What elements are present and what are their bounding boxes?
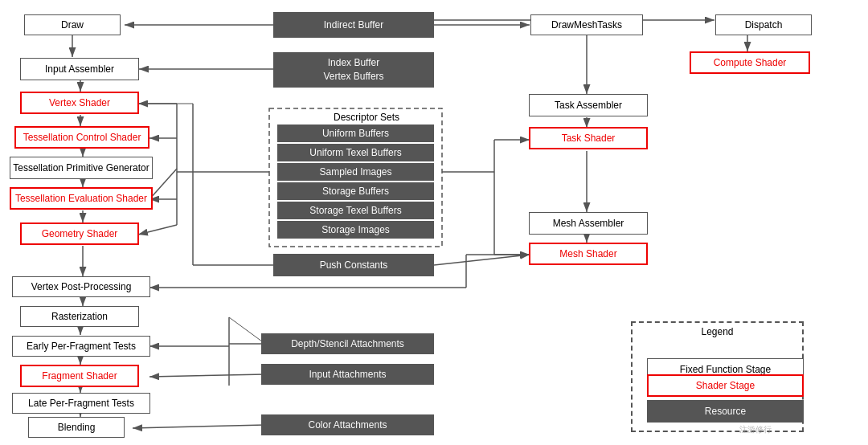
svg-text:Descriptor Sets: Descriptor Sets	[334, 112, 399, 123]
task-shader-box: Task Shader	[529, 127, 648, 149]
draw-mesh-tasks-box: DrawMeshTasks	[530, 14, 643, 35]
mesh-shader-box: Mesh Shader	[529, 243, 648, 265]
svg-line-27	[138, 225, 177, 235]
blending-box: Blending	[28, 417, 125, 438]
compute-shader-box: Compute Shader	[690, 51, 810, 74]
draw-box: Draw	[24, 14, 121, 35]
input-attachments-box: Input Attachments	[261, 364, 434, 385]
tess-eval-box: Tessellation Evaluation Shader	[10, 187, 153, 210]
dispatch-box: Dispatch	[715, 14, 812, 35]
legend-shader-box: Shader Stage	[647, 374, 804, 397]
legend-box: Legend Fixed Function Stage Shader Stage…	[631, 321, 804, 432]
depth-stencil-box: Depth/Stencil Attachments	[261, 333, 434, 354]
svg-line-35	[434, 255, 530, 265]
late-fragment-box: Late Per-Fragment Tests	[12, 393, 150, 414]
svg-line-46	[149, 374, 265, 377]
uniform-buffers-box: Uniform Buffers	[277, 125, 434, 142]
tess-control-box: Tessellation Control Shader	[14, 126, 149, 149]
storage-texel-box: Storage Texel Buffers	[277, 202, 434, 219]
storage-images-box: Storage Images	[277, 221, 434, 239]
svg-line-49	[229, 317, 265, 344]
fragment-shader-box: Fragment Shader	[20, 365, 139, 387]
storage-buffers-box: Storage Buffers	[277, 182, 434, 200]
push-constants-box: Push Constants	[273, 254, 434, 276]
vertex-shader-box: Vertex Shader	[20, 92, 139, 114]
legend-title: Legend	[633, 323, 802, 337]
svg-line-47	[133, 425, 265, 428]
vertex-post-box: Vertex Post-Processing	[12, 276, 150, 297]
geometry-shader-box: Geometry Shader	[20, 222, 139, 245]
watermark: 注游修行	[739, 424, 772, 435]
rasterization-box: Rasterization	[20, 306, 139, 327]
legend-resource-box: Resource	[647, 400, 804, 423]
tess-primitive-box: Tessellation Primitive Generator	[10, 157, 153, 179]
mesh-assembler-box: Mesh Assembler	[529, 212, 648, 235]
early-fragment-box: Early Per-Fragment Tests	[12, 336, 150, 357]
index-vertex-box: Index Buffer Vertex Buffers	[273, 52, 434, 88]
svg-line-25	[149, 169, 177, 199]
pipeline-diagram: Descriptor Sets	[0, 0, 868, 445]
task-assembler-box: Task Assembler	[529, 94, 648, 116]
indirect-buffer-box: Indirect Buffer	[273, 12, 434, 38]
color-attachments-box: Color Attachments	[261, 414, 434, 435]
sampled-images-box: Sampled Images	[277, 163, 434, 181]
input-assembler-box: Input Assembler	[20, 58, 139, 80]
uniform-texel-box: Uniform Texel Buffers	[277, 144, 434, 161]
